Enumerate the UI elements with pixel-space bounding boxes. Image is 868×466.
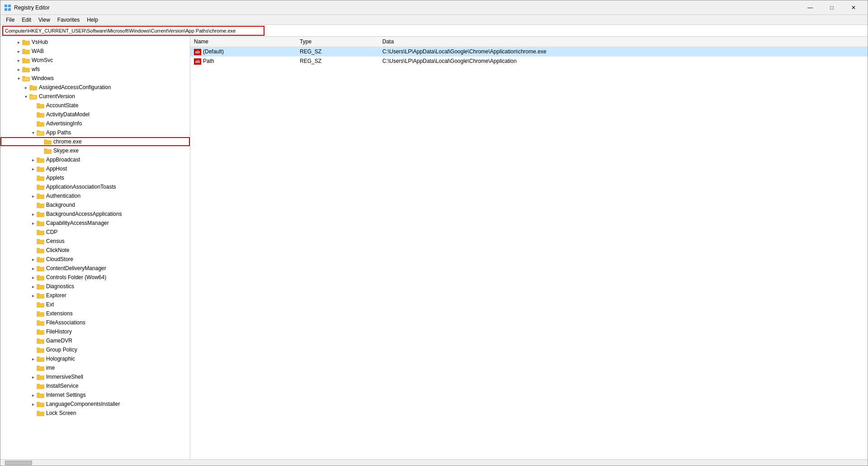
minimize-button[interactable]: — xyxy=(800,1,821,14)
scrollbar-thumb[interactable] xyxy=(5,461,32,465)
expand-icon-cloudstore[interactable]: ▸ xyxy=(29,256,37,263)
expand-icon-apphost[interactable]: ▸ xyxy=(29,165,37,172)
expand-icon-skypeexe[interactable] xyxy=(37,147,44,154)
tree-item-ext[interactable]: Ext xyxy=(0,300,190,309)
tree-item-apppaths[interactable]: ▾ App Paths xyxy=(0,128,190,137)
expand-icon-grouppolicy[interactable] xyxy=(29,346,37,353)
expand-icon-assigned-access[interactable]: ▸ xyxy=(22,84,29,91)
expand-icon-diagnostics[interactable]: ▸ xyxy=(29,283,37,290)
tree-item-currentversion[interactable]: ▾ CurrentVersion xyxy=(0,92,190,101)
expand-icon-filehistory[interactable] xyxy=(29,328,37,335)
tree-item-capabilityaccessmanager[interactable]: ▸ CapabilityAccessManager xyxy=(0,219,190,228)
tree-item-apphost[interactable]: ▸ AppHost xyxy=(0,164,190,173)
tree-item-wcmsvc[interactable]: ▸ WcmSvc xyxy=(0,56,190,65)
tree-item-applets[interactable]: Applets xyxy=(0,173,190,182)
tree-item-extensions[interactable]: Extensions xyxy=(0,309,190,318)
tree-item-lockscreen[interactable]: Lock Screen xyxy=(0,409,190,418)
expand-icon-ime[interactable] xyxy=(29,364,37,371)
address-bar xyxy=(0,25,868,37)
expand-icon-windows[interactable]: ▾ xyxy=(15,75,22,82)
menu-favorites[interactable]: Favorites xyxy=(54,16,83,24)
tree-item-holographic[interactable]: ▸ Holographic xyxy=(0,354,190,363)
expand-icon-contentdeliverymanager[interactable]: ▸ xyxy=(29,265,37,272)
expand-icon-languagecomponentsinstaller[interactable]: ▸ xyxy=(29,400,37,408)
tree-item-backgroundaccessapplications[interactable]: ▸ BackgroundAccessApplications xyxy=(0,209,190,219)
tree-item-wab[interactable]: ▸ WAB xyxy=(0,47,190,56)
expand-icon-explorer[interactable]: ▸ xyxy=(29,292,37,299)
menu-view[interactable]: View xyxy=(35,16,54,24)
expand-icon-holographic[interactable]: ▸ xyxy=(29,355,37,362)
expand-icon-backgroundaccessapplications[interactable]: ▸ xyxy=(29,210,37,218)
expand-icon-accountstate[interactable] xyxy=(29,102,37,109)
tree-item-chromeexe[interactable]: chrome.exe xyxy=(0,137,190,146)
close-button[interactable]: ✕ xyxy=(843,1,864,14)
tree-item-grouppolicy[interactable]: Group Policy xyxy=(0,345,190,354)
tree-item-background[interactable]: Background xyxy=(0,200,190,209)
expand-icon-appbroadcast[interactable]: ▸ xyxy=(29,156,37,163)
table-row[interactable]: ab(Default)REG_SZC:\Users\LP\AppData\Loc… xyxy=(190,47,868,57)
tree-item-skypeexe[interactable]: Skype.exe xyxy=(0,146,190,155)
tree-panel[interactable]: ▸ VsHub▸ WAB▸ WcmSvc▸ wfs▾ Windows▸ Assi… xyxy=(0,37,190,459)
tree-item-census[interactable]: Census xyxy=(0,237,190,246)
expand-icon-authentication[interactable]: ▸ xyxy=(29,192,37,200)
expand-icon-extensions[interactable] xyxy=(29,310,37,317)
tree-item-activitydatamodel[interactable]: ActivityDataModel xyxy=(0,110,190,119)
tree-item-gamedvr[interactable]: GameDVR xyxy=(0,336,190,345)
tree-item-internetsettings[interactable]: ▸ Internet Settings xyxy=(0,390,190,399)
tree-item-authentication[interactable]: ▸ Authentication xyxy=(0,191,190,200)
expand-icon-census[interactable] xyxy=(29,238,37,245)
tree-item-vshub[interactable]: ▸ VsHub xyxy=(0,38,190,47)
menu-file[interactable]: File xyxy=(2,16,18,24)
tree-item-explorer[interactable]: ▸ Explorer xyxy=(0,291,190,300)
expand-icon-applets[interactable] xyxy=(29,174,37,181)
tree-item-ime[interactable]: ime xyxy=(0,363,190,372)
expand-icon-applicationassociationtoasts[interactable] xyxy=(29,183,37,190)
expand-icon-wcmsvc[interactable]: ▸ xyxy=(15,57,22,64)
expand-icon-internetsettings[interactable]: ▸ xyxy=(29,391,37,399)
expand-icon-currentversion[interactable]: ▾ xyxy=(22,93,29,100)
tree-item-installservice[interactable]: InstallService xyxy=(0,381,190,390)
menu-edit[interactable]: Edit xyxy=(18,16,35,24)
tree-item-diagnostics[interactable]: ▸ Diagnostics xyxy=(0,282,190,291)
tree-item-appbroadcast[interactable]: ▸ AppBroadcast xyxy=(0,155,190,164)
expand-icon-wab[interactable]: ▸ xyxy=(15,48,22,55)
maximize-button[interactable]: □ xyxy=(821,1,842,14)
expand-icon-ext[interactable] xyxy=(29,301,37,308)
tree-item-fileassociations[interactable]: FileAssociations xyxy=(0,318,190,327)
expand-icon-activitydatamodel[interactable] xyxy=(29,111,37,118)
tree-item-controlsfolder[interactable]: ▸ Controls Folder (Wow64) xyxy=(0,273,190,282)
expand-icon-lockscreen[interactable] xyxy=(29,409,37,417)
tree-item-languagecomponentsinstaller[interactable]: ▸ LanguageComponentsInstaller xyxy=(0,399,190,409)
expand-icon-chromeexe[interactable] xyxy=(37,138,44,145)
tree-item-applicationassociationtoasts[interactable]: ApplicationAssociationToasts xyxy=(0,182,190,191)
tree-item-wfs[interactable]: ▸ wfs xyxy=(0,65,190,74)
expand-icon-clicknote[interactable] xyxy=(29,247,37,254)
expand-icon-installservice[interactable] xyxy=(29,382,37,390)
expand-icon-cdp[interactable] xyxy=(29,228,37,236)
table-row[interactable]: abPathREG_SZC:\Users\LP\AppData\Local\Go… xyxy=(190,57,868,66)
tree-item-windows[interactable]: ▾ Windows xyxy=(0,74,190,83)
expand-icon-advertisinginfo[interactable] xyxy=(29,120,37,127)
expand-icon-fileassociations[interactable] xyxy=(29,319,37,326)
tree-item-cloudstore[interactable]: ▸ CloudStore xyxy=(0,255,190,264)
tree-item-clicknote[interactable]: ClickNote xyxy=(0,246,190,255)
tree-item-filehistory[interactable]: FileHistory xyxy=(0,327,190,336)
expand-icon-background[interactable] xyxy=(29,201,37,209)
expand-icon-controlsfolder[interactable]: ▸ xyxy=(29,274,37,281)
tree-item-advertisinginfo[interactable]: AdvertisingInfo xyxy=(0,119,190,128)
tree-item-accountstate[interactable]: AccountState xyxy=(0,101,190,110)
expand-icon-vshub[interactable]: ▸ xyxy=(15,38,22,46)
expand-icon-apppaths[interactable]: ▾ xyxy=(29,129,37,136)
tree-item-immersiveshell[interactable]: ▸ ImmersiveShell xyxy=(0,372,190,381)
expand-icon-immersiveshell[interactable]: ▸ xyxy=(29,373,37,380)
tree-item-assigned-access[interactable]: ▸ AssignedAccessConfiguration xyxy=(0,83,190,92)
horizontal-scrollbar[interactable] xyxy=(0,459,868,466)
expand-icon-wfs[interactable]: ▸ xyxy=(15,66,22,73)
address-input[interactable] xyxy=(2,26,264,36)
expand-icon-gamedvr[interactable] xyxy=(29,337,37,344)
expand-icon-capabilityaccessmanager[interactable]: ▸ xyxy=(29,219,37,227)
menu-help[interactable]: Help xyxy=(83,16,102,24)
tree-item-cdp[interactable]: CDP xyxy=(0,228,190,237)
tree-item-contentdeliverymanager[interactable]: ▸ ContentDeliveryManager xyxy=(0,264,190,273)
svg-rect-55 xyxy=(37,258,44,262)
